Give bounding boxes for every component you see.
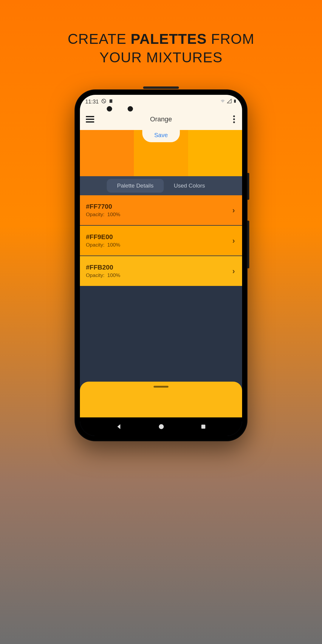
color-hex: #FF9E00: [86, 233, 120, 241]
color-row[interactable]: #FF7700 Opacity: 100% ›: [80, 195, 242, 225]
phone-side-button: [247, 173, 249, 200]
more-options-button[interactable]: [232, 114, 236, 124]
wifi-icon: [220, 99, 225, 105]
tab-used-colors[interactable]: Used Colors: [164, 179, 215, 193]
promo-text-line2: YOUR MIXTURES: [0, 48, 322, 67]
menu-button[interactable]: [86, 116, 94, 123]
nav-recent-button[interactable]: [200, 424, 206, 430]
color-opacity: Opacity: 100%: [86, 273, 120, 278]
svg-point-3: [159, 424, 164, 429]
color-hex: #FF7700: [86, 203, 120, 210]
tab-palette-details[interactable]: Palette Details: [107, 179, 164, 193]
phone-side-button: [247, 221, 249, 268]
svg-rect-1: [234, 100, 236, 103]
phone-camera: [107, 106, 112, 112]
promo-text: FROM: [207, 31, 254, 47]
chevron-right-icon: ›: [232, 267, 235, 276]
color-hex: #FFB200: [86, 264, 120, 271]
drag-handle-icon[interactable]: [154, 386, 168, 388]
do-not-disturb-icon: [101, 98, 106, 105]
app-bar: Orange: [80, 109, 242, 130]
color-row[interactable]: #FFB200 Opacity: 100% ›: [80, 256, 242, 286]
phone-camera: [128, 106, 133, 112]
swatch-1[interactable]: [80, 130, 134, 176]
signal-icon: [227, 99, 232, 105]
android-nav-bar: [80, 417, 242, 436]
save-button[interactable]: Save: [142, 130, 180, 142]
phone-speaker: [143, 86, 179, 89]
status-time: 11:31: [85, 99, 99, 105]
svg-rect-2: [235, 99, 235, 100]
chevron-right-icon: ›: [232, 206, 235, 215]
color-row[interactable]: #FF9E00 Opacity: 100% ›: [80, 226, 242, 256]
promo-text-bold: PALETTES: [131, 31, 207, 47]
promo-text: CREATE: [68, 31, 131, 47]
bottom-sheet[interactable]: [80, 382, 242, 417]
promo-heading: CREATE PALETTES FROM YOUR MIXTURES: [0, 0, 322, 67]
nav-home-button[interactable]: [158, 423, 165, 430]
chevron-right-icon: ›: [232, 236, 235, 245]
color-opacity: Opacity: 100%: [86, 212, 120, 218]
sd-card-icon: [109, 98, 113, 105]
phone-frame: 11:31: [75, 89, 247, 441]
tab-bar: Palette Details Used Colors: [80, 176, 242, 195]
svg-rect-4: [201, 425, 205, 428]
color-opacity: Opacity: 100%: [86, 242, 120, 248]
status-bar: 11:31: [80, 95, 242, 109]
palette-preview: Save: [80, 130, 242, 176]
battery-icon: [233, 98, 237, 105]
nav-back-button[interactable]: [116, 423, 122, 430]
page-title: Orange: [150, 115, 172, 123]
swatch-3[interactable]: [188, 130, 242, 176]
